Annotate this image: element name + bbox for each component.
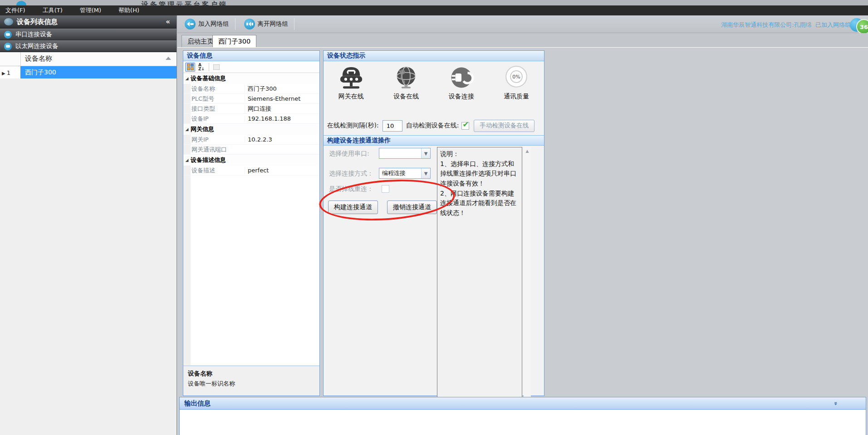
chevron-down-icon[interactable]: ▼ — [421, 168, 430, 178]
expander-icon: ◢ — [183, 76, 191, 81]
menu-help[interactable]: 帮助(H) — [118, 6, 139, 15]
property-row[interactable]: 网关IP 10.2.2.3 — [183, 135, 319, 145]
chevron-down-icon[interactable]: ▼ — [421, 148, 430, 158]
gateway-online-label: 网关在线 — [338, 93, 364, 101]
serial-port-combobox[interactable]: ▼ — [379, 148, 431, 159]
serial-device-icon — [4, 31, 12, 39]
property-label: PLC型号 — [183, 95, 245, 103]
property-value[interactable]: 192.168.1.188 — [245, 115, 319, 122]
row-marker-icon: ▶1 — [2, 69, 10, 76]
plug-icon — [449, 65, 474, 90]
sidebar-item-serial-devices[interactable]: 串口连接设备 — [0, 29, 177, 40]
device-grid-header: 设备名称 — [0, 52, 177, 66]
property-value[interactable]: 10.2.2.3 — [245, 136, 319, 143]
table-row: ▶1 西门子300 — [0, 66, 177, 78]
description-text: 设备唯一标识名称 — [188, 380, 315, 388]
menu-tools[interactable]: 工具(T) — [43, 6, 63, 15]
build-channel-button[interactable]: 构建连接通道 — [328, 200, 378, 214]
sort-alphabetical-icon[interactable]: AZ↓ — [196, 63, 206, 72]
company-status-text: 湖南华辰智通科技有限公司:孔雨绵 已加入网络组 — [721, 21, 851, 29]
device-connect-indicator: 设备连接 — [436, 65, 486, 101]
window-title: 设备管理云平台客户端 — [142, 0, 228, 5]
toolbar-separator — [209, 63, 209, 71]
highlight-annotation-ellipse — [318, 176, 456, 225]
manual-detect-button[interactable]: 手动检测设备在线 — [474, 120, 535, 132]
collapse-sidebar-icon[interactable]: « — [166, 18, 170, 26]
device-connect-label: 设备连接 — [449, 93, 474, 101]
category-row-basic[interactable]: ◢ 设备基础信息 — [183, 73, 319, 84]
device-list-icon — [4, 18, 13, 25]
property-value[interactable]: Siemens-Ethernet — [245, 95, 319, 102]
property-row[interactable]: 设备名称 西门子300 — [183, 84, 319, 94]
categorized-view-icon[interactable] — [185, 63, 195, 72]
description-title: 设备名称 — [188, 370, 315, 378]
channel-panel-header: 构建设备连接通道操作 — [324, 135, 544, 146]
grid-scroll-up-icon[interactable] — [166, 57, 171, 60]
instruction-line: 1、选择串口、连接方式和掉线重连操作选项只对串口连接设备有效！ — [440, 159, 519, 189]
property-label: 设备名称 — [183, 85, 245, 93]
reconnect-checkbox[interactable] — [382, 185, 389, 193]
device-info-header: 设备信息 — [183, 51, 319, 61]
category-row-description[interactable]: ◢ 设备描述信息 — [183, 155, 319, 166]
auto-detect-label: 自动检测设备在线: — [406, 122, 459, 130]
device-list-sidebar: 设备列表信息 « 串口连接设备 以太网连接设备 设备名称 ▶1 西门子300 — [0, 15, 177, 435]
connect-mode-value: 编程连接 — [379, 169, 421, 177]
property-row[interactable]: 网关通讯端口 — [183, 145, 319, 155]
tab-siemens300[interactable]: 西门子300 — [212, 35, 256, 47]
property-row[interactable]: 设备描述 perfect — [183, 166, 319, 176]
interval-input[interactable] — [383, 120, 402, 132]
app-logo-icon — [16, 1, 26, 5]
device-online-indicator: 设备在线 — [381, 65, 431, 101]
instructions-box: 说明： 1、选择串口、连接方式和掉线重连操作选项只对串口连接设备有效！ 2、网口… — [437, 147, 522, 407]
serial-port-label: 选择使用串口: — [329, 150, 369, 158]
join-network-group-button[interactable]: 加入网络组 — [180, 17, 234, 31]
category-label: 设备基础信息 — [191, 74, 226, 83]
leave-network-label: 离开网络组 — [258, 20, 289, 28]
output-title: 输出信息 — [184, 399, 211, 408]
document-tabstrip: 启动主页 西门子300 — [177, 33, 868, 47]
device-status-panel: 设备状态指示 网关在线 — [323, 50, 544, 396]
reconnect-label: 是否掉线重连： — [329, 185, 373, 193]
quality-icon: 0% — [503, 65, 530, 90]
property-row[interactable]: 接口类型 网口连接 — [183, 104, 319, 114]
gateway-icon — [338, 65, 364, 90]
ethernet-device-icon — [4, 43, 12, 50]
title-bar: 设备管理云平台客户端 — [0, 0, 868, 5]
sidebar-item-ethernet-devices[interactable]: 以太网连接设备 — [0, 40, 177, 52]
leave-network-icon — [244, 19, 255, 29]
auto-detect-checkbox[interactable] — [461, 122, 469, 130]
leave-network-group-button[interactable]: 离开网络组 — [240, 17, 293, 31]
property-value[interactable]: 网口连接 — [245, 105, 319, 113]
tab-content: 设备信息 AZ↓ ◢ 设备基础信息 设备名称 西门子300 — [177, 47, 868, 435]
property-label: 设备描述 — [183, 166, 245, 175]
category-row-gateway[interactable]: ◢ 网关信息 — [183, 124, 319, 135]
menu-file[interactable]: 文件(F) — [5, 6, 25, 15]
status-indicators: 网关在线 设备在线 — [324, 63, 544, 116]
expander-icon: ◢ — [183, 127, 191, 132]
property-row[interactable]: 设备IP 192.168.1.188 — [183, 114, 319, 124]
property-description-box: 设备名称 设备唯一标识名称 — [183, 366, 319, 396]
join-network-label: 加入网络组 — [198, 20, 229, 28]
sidebar-item-label: 以太网连接设备 — [15, 42, 59, 50]
output-panel-header: 输出信息 » — [179, 397, 866, 410]
device-row-siemens300[interactable]: 西门子300 — [20, 66, 177, 78]
scroll-up-icon[interactable]: ▲ — [525, 149, 530, 153]
menu-manage[interactable]: 管理(M) — [80, 6, 101, 15]
column-device-name[interactable]: 设备名称 — [25, 54, 52, 63]
property-value[interactable]: perfect — [245, 167, 319, 174]
property-value[interactable]: 西门子300 — [245, 85, 319, 93]
connect-mode-combobox[interactable]: 编程连接 ▼ — [379, 168, 431, 179]
sidebar-item-label: 串口连接设备 — [15, 30, 52, 39]
menu-bar: 文件(F) 工具(T) 管理(M) 帮助(H) — [0, 5, 868, 15]
device-online-label: 设备在线 — [393, 93, 419, 101]
globe-icon — [393, 65, 419, 90]
instructions-scrollbar[interactable]: ▲ ▼ — [524, 147, 531, 407]
notification-badge[interactable]: 36 — [856, 19, 868, 34]
instructions-title: 说明： — [440, 149, 519, 159]
svg-text:0%: 0% — [513, 74, 520, 80]
property-row[interactable]: PLC型号 Siemens-Ethernet — [183, 94, 319, 104]
device-row-label: 西门子300 — [25, 68, 56, 77]
property-grid: ◢ 设备基础信息 设备名称 西门子300 PLC型号 Siemens-Ether… — [183, 73, 319, 365]
revoke-channel-button[interactable]: 撤销连接通道 — [387, 200, 437, 214]
output-collapse-icon[interactable]: » — [832, 401, 839, 405]
